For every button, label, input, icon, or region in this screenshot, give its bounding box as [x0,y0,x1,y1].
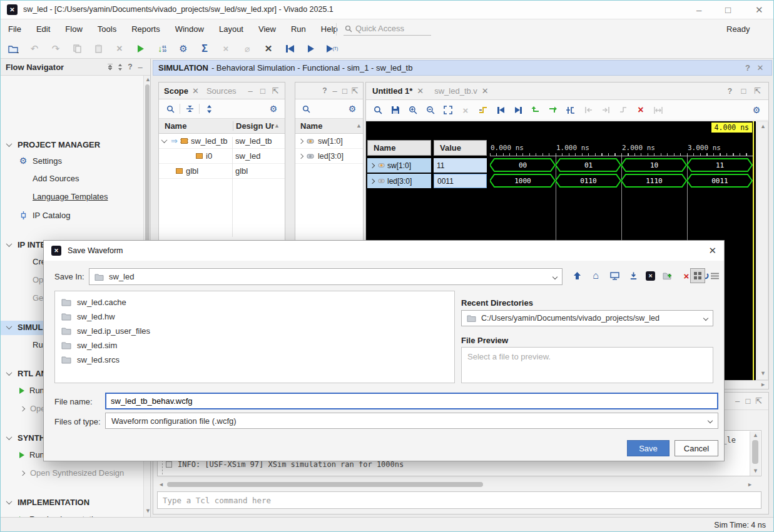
run-all-icon[interactable] [305,43,317,55]
help-icon[interactable]: ? [741,62,754,74]
vivado-dir-icon[interactable]: ✕ [646,271,655,281]
maximize-panel-icon[interactable]: □ [739,85,748,98]
scroll-up-arrow[interactable]: ▲ [145,77,151,83]
chevron-right-icon[interactable] [370,178,375,183]
column-design-unit[interactable]: Design Unit [233,121,274,131]
scroll-down-arrow[interactable]: ▼ [760,371,766,376]
menu-tools[interactable]: Tools [90,19,124,39]
tcl-command-input[interactable] [157,491,761,509]
nav-add-sources[interactable]: Add Sources [33,174,79,183]
signal-row-name[interactable]: sw[1:0] [367,158,431,173]
add-marker-icon[interactable] [564,104,577,116]
scope-row[interactable]: i0 sw_led [159,149,285,164]
tab-source-file[interactable]: sw_led_tb.v [434,86,477,96]
files-of-type-combo[interactable]: Waveform configuration file (.wcfg) [105,413,718,429]
help-icon[interactable]: ? [125,61,135,73]
next-transition-icon[interactable] [477,104,489,116]
maximize-panel-icon[interactable]: □ [743,395,753,408]
delete-icon[interactable]: × [634,104,647,116]
float-panel-icon[interactable]: ⇱ [753,85,762,98]
close-tab-icon[interactable]: ✕ [417,86,424,96]
minimize-panel-icon[interactable]: – [135,61,145,73]
settings-gear-icon[interactable]: ⚙ [177,43,190,55]
delete-breakpoints-icon[interactable]: ✕ [262,43,275,55]
menu-layout[interactable]: Layout [211,19,251,39]
grid-view-icon[interactable] [690,268,705,283]
float-panel-icon[interactable]: ⇱ [271,84,280,97]
minimize-panel-icon[interactable]: – [246,84,255,97]
file-list-item[interactable]: sw_led.srcs [55,353,454,367]
menu-edit[interactable]: Edit [29,19,58,39]
float-panel-icon[interactable]: ⇱ [350,84,359,97]
menu-window[interactable]: Window [168,19,211,39]
go-to-time-icon[interactable] [547,104,559,116]
collapse-all-icon[interactable] [105,61,115,73]
search-icon[interactable] [372,104,384,116]
object-row[interactable]: sw[1:0] [295,134,363,149]
collapse-all-icon[interactable] [183,103,196,115]
help-icon[interactable]: ? [725,85,735,98]
menu-file[interactable]: File [1,19,29,39]
expand-all-icon[interactable] [203,103,215,115]
file-list-item[interactable]: sw_led.ip_user_files [55,324,454,338]
scope-row[interactable]: ⇒ sw_led_tb sw_led_tb [159,134,285,149]
wave-vscrollbar[interactable]: ▲ ▼ [756,121,768,380]
maximize-panel-icon[interactable]: □ [340,84,349,97]
help-icon[interactable]: ? [320,84,329,97]
scroll-up-arrow[interactable]: ▲ [356,123,363,129]
tab-scope[interactable]: Scope [164,86,188,96]
section-implementation[interactable]: IMPLEMENTATION [7,498,89,507]
home-icon[interactable]: ⌂ [589,269,602,282]
gear-icon[interactable]: ⚙ [346,103,359,115]
zoom-out-icon[interactable] [424,104,437,116]
signal-row-value[interactable]: 11 [434,158,487,173]
desktop-icon[interactable] [608,269,621,282]
search-icon[interactable] [164,103,176,115]
open-project-icon[interactable] [7,43,19,55]
file-list-item[interactable]: sw_led.sim [55,338,454,353]
float-panel-icon[interactable]: ⇱ [754,395,763,408]
scroll-down-arrow[interactable]: ▼ [145,508,151,514]
close-simulation-icon[interactable]: ✕ [754,62,766,74]
object-row[interactable]: led[3:0] [295,149,363,164]
column-divider[interactable] [232,137,233,237]
zoom-in-icon[interactable] [407,104,419,116]
expand-collapse-icon[interactable] [115,61,125,73]
previous-edge-icon[interactable] [494,104,507,116]
column-name[interactable]: Name [159,121,233,131]
next-edge-icon[interactable] [512,104,524,116]
close-tab-icon[interactable]: ✕ [482,86,489,96]
dialog-close-icon[interactable]: ✕ [708,245,716,256]
restart-icon[interactable] [283,43,296,55]
file-name-input[interactable] [105,393,718,409]
file-list-item[interactable]: sw_led.cache [55,295,454,309]
scroll-up-arrow[interactable]: ▲ [753,433,758,438]
tab-sources[interactable]: Sources [206,86,237,96]
new-folder-icon[interactable] [661,269,674,282]
menu-view[interactable]: View [251,19,283,39]
step-settings-icon[interactable]: ↓0110 [156,43,168,55]
scroll-up-arrow[interactable]: ▲ [274,123,280,129]
minimize-panel-icon[interactable]: – [330,84,339,97]
signal-row-value[interactable]: 0011 [434,174,487,188]
minimize-button[interactable]: – [696,4,701,15]
swap-cursor-icon[interactable] [529,104,542,116]
scroll-left-arrow[interactable]: ▼ [158,482,164,488]
dialog-titlebar[interactable]: ✕ Save Waveform ✕ [44,241,724,261]
gear-icon[interactable]: ⚙ [750,104,763,116]
nav-ip-catalog[interactable]: IP Catalog [18,209,70,221]
run-for-time-icon[interactable]: (T) [326,43,339,55]
nav-open-synthesized-design[interactable]: Open Synthesized Design [21,468,124,478]
nav-settings[interactable]: ⚙Settings [18,154,62,167]
section-project-manager[interactable]: PROJECT MANAGER [7,140,100,149]
scrollbar-thumb[interactable] [752,440,758,464]
scroll-right-arrow[interactable]: ▼ [747,482,753,488]
menu-help[interactable]: Help [313,19,345,39]
save-button[interactable]: Save [627,440,670,456]
wave-column-value[interactable]: Value [434,140,487,156]
list-view-icon[interactable] [707,268,722,283]
zoom-fit-icon[interactable] [442,104,454,116]
up-one-level-icon[interactable] [571,269,583,282]
menu-flow[interactable]: Flow [58,19,89,39]
nav-language-templates[interactable]: Language Templates [33,192,108,201]
